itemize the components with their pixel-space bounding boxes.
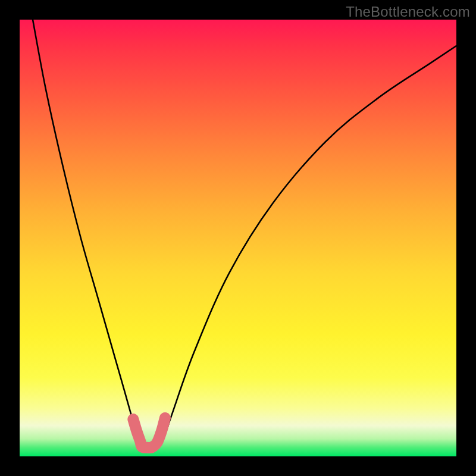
valley-band <box>133 418 165 447</box>
chart-svg <box>20 20 456 456</box>
watermark-text: TheBottleneck.com <box>346 4 470 20</box>
chart-frame: TheBottleneck.com <box>0 0 476 476</box>
main-curve <box>33 20 456 448</box>
